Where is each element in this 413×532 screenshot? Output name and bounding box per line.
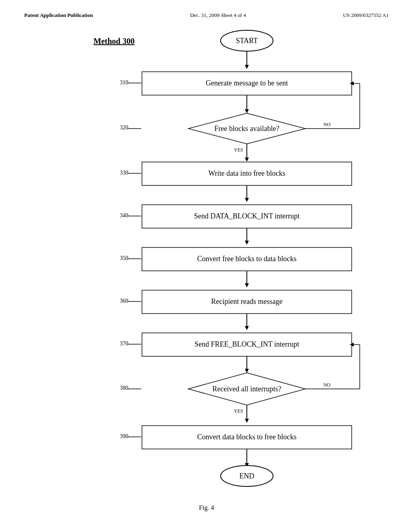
step-370-label: 370: [120, 341, 128, 347]
step-360-text: Recipient reads message: [211, 297, 283, 305]
svg-marker-38: [245, 419, 249, 423]
step-370-text: Send FREE_BLOCK_INT interrupt: [194, 340, 299, 348]
fig-caption: Fig. 4: [24, 504, 389, 511]
svg-marker-34: [245, 369, 249, 373]
header-left: Patent Application Publication: [24, 12, 93, 19]
step-340-text: Send DATA_BLOCK_INT interrupt: [194, 212, 300, 220]
header-center: Dec. 31, 2009 Sheet 4 of 4: [190, 12, 246, 19]
svg-marker-30: [245, 326, 249, 330]
yes-320: YES: [234, 147, 243, 153]
step-380-text: Received all interrupts?: [213, 385, 282, 393]
step-390-text: Convert data blocks to free blocks: [197, 433, 296, 441]
step-350-label: 350: [120, 255, 128, 261]
flowchart: Method 300 START 310 Generate message to…: [33, 29, 380, 496]
svg-marker-10: [245, 158, 249, 162]
step-310-text: Generate message to be sent: [206, 79, 288, 87]
no-380: NO: [323, 382, 331, 388]
step-330-text: Write data into free blocks: [208, 169, 285, 177]
step-350-text: Convert free blocks to data blocks: [197, 255, 296, 263]
step-340-label: 340: [120, 212, 128, 218]
step-320-text: Free blocks available?: [215, 125, 280, 133]
page: Patent Application Publication Dec. 31, …: [0, 0, 413, 532]
step-380-label: 380: [120, 385, 128, 391]
svg-marker-2: [245, 65, 249, 69]
step-390-label: 390: [120, 433, 128, 439]
start-label: START: [236, 37, 258, 45]
page-header: Patent Application Publication Dec. 31, …: [24, 12, 389, 21]
step-330-label: 330: [120, 170, 128, 176]
method-label: Method 300: [94, 37, 135, 46]
svg-marker-6: [245, 109, 249, 113]
step-310-label: 310: [120, 79, 128, 85]
fig-caption-text: Fig. 4: [199, 504, 214, 511]
end-label: END: [240, 472, 254, 480]
no-320: NO: [323, 122, 331, 127]
svg-marker-18: [245, 198, 249, 202]
svg-marker-22: [245, 241, 249, 245]
yes-380: YES: [234, 408, 243, 414]
flowchart-svg: Method 300 START 310 Generate message to…: [33, 29, 380, 496]
step-360-label: 360: [120, 298, 128, 304]
header-right: US 2009/0327552 A1: [343, 12, 389, 19]
step-320-label: 320: [120, 125, 128, 131]
svg-marker-26: [245, 283, 249, 287]
